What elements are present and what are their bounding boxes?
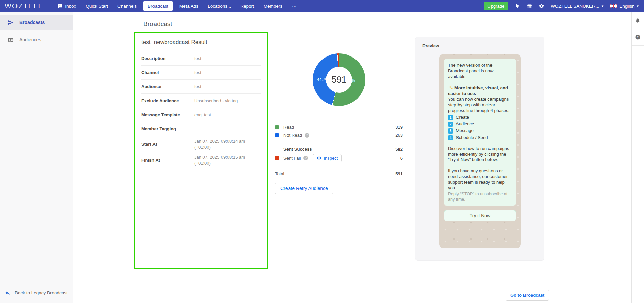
nav-item-quick-start[interactable]: Quick Start xyxy=(81,0,113,12)
table-row: Channel test xyxy=(141,66,261,80)
row-value: eng_test xyxy=(194,112,261,118)
donut-chart-wrapper: 44.7% 54.3% 591 xyxy=(313,53,365,106)
sidebar-item-broadcasts[interactable]: Broadcasts xyxy=(0,15,73,30)
sidebar: Broadcasts Audiences Back to Legacy Broa… xyxy=(0,12,73,303)
table-row: Description test xyxy=(141,51,261,66)
row-value: Unsubscribed - via tag xyxy=(194,98,261,104)
app-root: WOZTELL Inbox Quick Start Channels Broad… xyxy=(0,0,644,303)
nav-item-label: Locations... xyxy=(208,4,231,9)
nav-item-locations[interactable]: Locations... xyxy=(203,0,236,12)
nav-item-label: Meta Ads xyxy=(179,4,198,9)
inspect-button[interactable]: Inspect xyxy=(313,154,342,162)
chevron-down-icon: ▾ xyxy=(637,4,639,8)
upgrade-button[interactable]: Upgrade xyxy=(484,2,508,10)
row-label: Audience xyxy=(141,84,194,89)
nav-item-more[interactable]: ⋯ xyxy=(287,0,301,12)
legend-row-read: Read 319 xyxy=(275,123,403,131)
chart-legend: Read 319 Not Read ? 263 Sent Success 582… xyxy=(275,123,403,194)
question-mark-icon: ? xyxy=(635,34,641,40)
nav-item-report[interactable]: Report xyxy=(236,0,259,12)
row-label: Finish At xyxy=(141,158,194,163)
message-paragraph: If you have any questions or need assist… xyxy=(448,168,512,191)
result-title: test_newbroadcast Result xyxy=(141,39,261,51)
utility-strip: ? xyxy=(631,12,644,303)
help-tooltip-icon[interactable]: ? xyxy=(303,156,308,160)
donut-percent-not-read: 44.7% xyxy=(317,77,329,82)
storefront-icon[interactable] xyxy=(527,3,532,9)
woztell-logo: WOZTELL xyxy=(5,2,43,10)
nav-item-broadcast[interactable]: Broadcast xyxy=(143,1,173,11)
reply-arrow-icon xyxy=(5,290,10,296)
keycap-1-icon: 1 xyxy=(448,115,453,120)
sparkles-icon xyxy=(448,85,453,90)
inspect-label: Inspect xyxy=(324,156,338,161)
table-row: Member Tagging xyxy=(141,122,261,136)
chevron-down-icon: ▾ xyxy=(602,4,604,8)
nav-right-section: Upgrade WOZTELL SANUKER... ▾ English ▾ xyxy=(484,2,639,10)
more-ellipsis-icon: ⋯ xyxy=(292,3,297,9)
help-button[interactable]: ? xyxy=(632,29,644,46)
unsubscribe-footnote: Reply “STOP” to unsubscribe at any time. xyxy=(448,192,512,202)
row-value: Jan 07, 2025 09:08:15 am (+01:00) xyxy=(194,154,261,166)
message-bubble: The new version of the Broadcast panel i… xyxy=(444,59,516,206)
try-it-now-button[interactable]: Try it Now xyxy=(444,210,516,221)
whatsapp-chat-preview: The new version of the Broadcast panel i… xyxy=(439,54,521,248)
preview-panel: Preview The new version of the Broadcast… xyxy=(415,37,544,261)
sidebar-divider xyxy=(4,286,69,286)
top-navbar: WOZTELL Inbox Quick Start Channels Broad… xyxy=(0,0,644,12)
message-paragraph: You can now create campaigns step by ste… xyxy=(448,97,512,114)
step-item: 4 Schedule / Send xyxy=(448,135,512,141)
row-label: Exclude Audience xyxy=(141,98,194,103)
legend-row-sent-fail: Sent Fail ? Inspect 6 xyxy=(275,153,403,163)
nav-item-meta-ads[interactable]: Meta Ads xyxy=(175,0,203,12)
gear-icon[interactable] xyxy=(539,3,544,9)
go-to-broadcast-button[interactable]: Go to Broadcast xyxy=(506,290,549,301)
nav-item-channels[interactable]: Channels xyxy=(113,0,141,12)
language-menu[interactable]: English ▾ xyxy=(610,4,639,9)
sidebar-item-audiences[interactable]: Audiences xyxy=(0,32,73,47)
eye-icon xyxy=(317,156,321,160)
row-value: test xyxy=(194,70,261,76)
back-label: Back to Legacy Broadcast xyxy=(15,290,68,295)
row-label: Message Template xyxy=(141,112,194,117)
nav-item-label: Members xyxy=(264,4,282,9)
legend-label: Total xyxy=(275,171,284,176)
back-to-legacy-broadcast-link[interactable]: Back to Legacy Broadcast xyxy=(0,290,73,303)
step-label: Schedule / Send xyxy=(456,135,488,141)
step-item: 2 Audience xyxy=(448,121,512,127)
sent-fail-swatch xyxy=(275,156,279,160)
row-label: Start At xyxy=(141,142,194,147)
legend-label: Read xyxy=(283,125,294,130)
step-label: Message xyxy=(456,128,474,134)
svg-text:?: ? xyxy=(637,36,639,39)
step-item: 1 Create xyxy=(448,115,512,120)
message-paragraph: The new version of the Broadcast panel i… xyxy=(448,63,512,80)
keycap-3-icon: 3 xyxy=(448,128,453,134)
table-row: Message Template eng_test xyxy=(141,108,261,122)
step-label: Audience xyxy=(456,121,474,127)
language-label: English xyxy=(619,4,634,9)
account-menu[interactable]: WOZTELL SANUKER... ▾ xyxy=(551,4,603,9)
row-label: Member Tagging xyxy=(141,126,194,131)
chat-bubble-icon xyxy=(58,4,63,9)
table-row: Finish At Jan 07, 2025 09:08:15 am (+01:… xyxy=(141,152,261,168)
row-value: test xyxy=(194,55,261,62)
notifications-bell-button[interactable] xyxy=(632,12,644,29)
nav-item-members[interactable]: Members xyxy=(259,0,287,12)
legend-row-total: Total 591 xyxy=(275,169,403,178)
row-value: Jan 07, 2025 09:08:14 am (+01:00) xyxy=(194,138,261,150)
plug-icon[interactable] xyxy=(514,3,520,9)
legend-row-sent-success: Sent Success 582 xyxy=(275,145,403,153)
row-label: Description xyxy=(141,56,194,61)
help-tooltip-icon[interactable]: ? xyxy=(305,133,309,138)
bell-icon xyxy=(635,17,641,23)
not-read-swatch xyxy=(275,133,279,137)
broadcast-result-panel: test_newbroadcast Result Description tes… xyxy=(134,32,268,269)
legend-value: 582 xyxy=(395,147,403,152)
keycap-2-icon: 2 xyxy=(448,122,453,127)
sidebar-item-label: Broadcasts xyxy=(19,20,45,25)
sidebar-bottom: Back to Legacy Broadcast xyxy=(0,286,73,303)
paper-plane-icon xyxy=(7,19,14,26)
nav-item-inbox[interactable]: Inbox xyxy=(53,0,81,12)
create-retry-audience-button[interactable]: Create Retry Audience xyxy=(275,183,333,194)
